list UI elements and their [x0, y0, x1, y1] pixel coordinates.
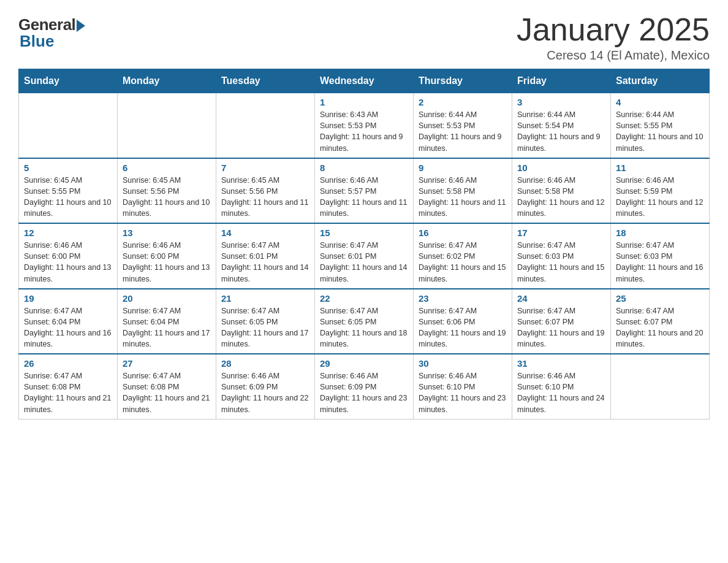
day-info: Sunrise: 6:47 AMSunset: 6:06 PMDaylight:… [419, 305, 507, 350]
day-number: 27 [123, 358, 211, 369]
day-info: Sunrise: 6:47 AMSunset: 6:02 PMDaylight:… [419, 240, 507, 285]
day-info: Sunrise: 6:46 AMSunset: 6:09 PMDaylight:… [320, 370, 408, 415]
calendar-cell: 11Sunrise: 6:46 AMSunset: 5:59 PMDayligh… [611, 158, 710, 224]
calendar-cell: 28Sunrise: 6:46 AMSunset: 6:09 PMDayligh… [216, 354, 315, 419]
day-number: 19 [24, 293, 112, 304]
calendar-cell: 16Sunrise: 6:47 AMSunset: 6:02 PMDayligh… [414, 223, 512, 289]
day-info: Sunrise: 6:46 AMSunset: 6:10 PMDaylight:… [517, 370, 605, 415]
calendar-cell: 19Sunrise: 6:47 AMSunset: 6:04 PMDayligh… [19, 289, 118, 354]
col-header-sunday: Sunday [19, 69, 118, 93]
calendar-table: SundayMondayTuesdayWednesdayThursdayFrid… [18, 69, 710, 419]
day-info: Sunrise: 6:47 AMSunset: 6:07 PMDaylight:… [616, 305, 704, 350]
day-number: 7 [221, 163, 309, 173]
logo-blue-text: Blue [20, 32, 54, 51]
calendar-cell: 25Sunrise: 6:47 AMSunset: 6:07 PMDayligh… [611, 289, 710, 354]
day-number: 17 [517, 228, 605, 238]
day-info: Sunrise: 6:46 AMSunset: 6:00 PMDaylight:… [123, 240, 211, 285]
day-number: 20 [123, 293, 211, 304]
day-info: Sunrise: 6:47 AMSunset: 6:03 PMDaylight:… [616, 240, 704, 285]
calendar-cell: 15Sunrise: 6:47 AMSunset: 6:01 PMDayligh… [315, 223, 414, 289]
day-info: Sunrise: 6:47 AMSunset: 6:05 PMDaylight:… [221, 305, 309, 350]
day-number: 24 [517, 293, 605, 304]
col-header-tuesday: Tuesday [216, 69, 315, 93]
day-info: Sunrise: 6:47 AMSunset: 6:08 PMDaylight:… [123, 370, 211, 415]
day-info: Sunrise: 6:46 AMSunset: 6:10 PMDaylight:… [419, 370, 507, 415]
calendar-cell: 12Sunrise: 6:46 AMSunset: 6:00 PMDayligh… [19, 223, 118, 289]
day-number: 8 [320, 163, 408, 173]
day-info: Sunrise: 6:44 AMSunset: 5:54 PMDaylight:… [517, 109, 605, 154]
week-row-5: 26Sunrise: 6:47 AMSunset: 6:08 PMDayligh… [19, 354, 710, 419]
col-header-monday: Monday [118, 69, 216, 93]
day-number: 1 [320, 97, 408, 107]
day-number: 26 [24, 358, 112, 369]
day-info: Sunrise: 6:46 AMSunset: 5:59 PMDaylight:… [616, 175, 704, 220]
day-info: Sunrise: 6:43 AMSunset: 5:53 PMDaylight:… [320, 109, 408, 154]
day-number: 10 [517, 163, 605, 173]
calendar-cell: 5Sunrise: 6:45 AMSunset: 5:55 PMDaylight… [19, 158, 118, 224]
day-info: Sunrise: 6:44 AMSunset: 5:53 PMDaylight:… [419, 109, 507, 154]
day-info: Sunrise: 6:47 AMSunset: 6:01 PMDaylight:… [320, 240, 408, 285]
day-info: Sunrise: 6:46 AMSunset: 5:57 PMDaylight:… [320, 175, 408, 220]
day-info: Sunrise: 6:45 AMSunset: 5:56 PMDaylight:… [123, 175, 211, 220]
logo-arrow-icon [77, 20, 85, 32]
location-subtitle: Cereso 14 (El Amate), Mexico [517, 48, 710, 63]
day-number: 5 [24, 163, 112, 173]
calendar-cell [216, 93, 315, 158]
day-number: 4 [616, 97, 704, 107]
day-info: Sunrise: 6:47 AMSunset: 6:05 PMDaylight:… [320, 305, 408, 350]
page-header: General Blue January 2025 Cereso 14 (El … [18, 12, 710, 63]
day-info: Sunrise: 6:45 AMSunset: 5:56 PMDaylight:… [221, 175, 309, 220]
day-info: Sunrise: 6:44 AMSunset: 5:55 PMDaylight:… [616, 109, 704, 154]
day-info: Sunrise: 6:47 AMSunset: 6:01 PMDaylight:… [221, 240, 309, 285]
day-number: 16 [419, 228, 507, 238]
calendar-cell: 21Sunrise: 6:47 AMSunset: 6:05 PMDayligh… [216, 289, 315, 354]
day-number: 18 [616, 228, 704, 238]
calendar-cell: 1Sunrise: 6:43 AMSunset: 5:53 PMDaylight… [315, 93, 414, 158]
calendar-cell: 29Sunrise: 6:46 AMSunset: 6:09 PMDayligh… [315, 354, 414, 419]
day-number: 30 [419, 358, 507, 369]
week-row-4: 19Sunrise: 6:47 AMSunset: 6:04 PMDayligh… [19, 289, 710, 354]
calendar-cell: 4Sunrise: 6:44 AMSunset: 5:55 PMDaylight… [611, 93, 710, 158]
col-header-saturday: Saturday [611, 69, 710, 93]
calendar-cell: 8Sunrise: 6:46 AMSunset: 5:57 PMDaylight… [315, 158, 414, 224]
day-number: 11 [616, 163, 704, 173]
day-number: 12 [24, 228, 112, 238]
day-info: Sunrise: 6:45 AMSunset: 5:55 PMDaylight:… [24, 175, 112, 220]
col-header-thursday: Thursday [414, 69, 512, 93]
calendar-cell: 30Sunrise: 6:46 AMSunset: 6:10 PMDayligh… [414, 354, 512, 419]
day-info: Sunrise: 6:46 AMSunset: 6:00 PMDaylight:… [24, 240, 112, 285]
day-number: 29 [320, 358, 408, 369]
calendar-cell: 22Sunrise: 6:47 AMSunset: 6:05 PMDayligh… [315, 289, 414, 354]
calendar-cell: 14Sunrise: 6:47 AMSunset: 6:01 PMDayligh… [216, 223, 315, 289]
calendar-cell: 9Sunrise: 6:46 AMSunset: 5:58 PMDaylight… [414, 158, 512, 224]
calendar-cell: 6Sunrise: 6:45 AMSunset: 5:56 PMDaylight… [118, 158, 216, 224]
day-number: 28 [221, 358, 309, 369]
calendar-cell [19, 93, 118, 158]
day-info: Sunrise: 6:46 AMSunset: 5:58 PMDaylight:… [419, 175, 507, 220]
calendar-cell: 31Sunrise: 6:46 AMSunset: 6:10 PMDayligh… [512, 354, 611, 419]
day-number: 23 [419, 293, 507, 304]
day-number: 13 [123, 228, 211, 238]
calendar-cell: 17Sunrise: 6:47 AMSunset: 6:03 PMDayligh… [512, 223, 611, 289]
week-row-3: 12Sunrise: 6:46 AMSunset: 6:00 PMDayligh… [19, 223, 710, 289]
col-header-wednesday: Wednesday [315, 69, 414, 93]
logo: General Blue [18, 12, 85, 51]
calendar-cell: 20Sunrise: 6:47 AMSunset: 6:04 PMDayligh… [118, 289, 216, 354]
calendar-cell: 18Sunrise: 6:47 AMSunset: 6:03 PMDayligh… [611, 223, 710, 289]
day-info: Sunrise: 6:47 AMSunset: 6:07 PMDaylight:… [517, 305, 605, 350]
day-number: 2 [419, 97, 507, 107]
day-number: 22 [320, 293, 408, 304]
day-number: 31 [517, 358, 605, 369]
day-number: 25 [616, 293, 704, 304]
month-title: January 2025 [517, 12, 710, 47]
day-info: Sunrise: 6:47 AMSunset: 6:04 PMDaylight:… [123, 305, 211, 350]
day-number: 3 [517, 97, 605, 107]
calendar-cell: 23Sunrise: 6:47 AMSunset: 6:06 PMDayligh… [414, 289, 512, 354]
calendar-cell: 10Sunrise: 6:46 AMSunset: 5:58 PMDayligh… [512, 158, 611, 224]
calendar-cell: 26Sunrise: 6:47 AMSunset: 6:08 PMDayligh… [19, 354, 118, 419]
calendar-cell [118, 93, 216, 158]
title-section: January 2025 Cereso 14 (El Amate), Mexic… [517, 12, 710, 63]
day-info: Sunrise: 6:46 AMSunset: 6:09 PMDaylight:… [221, 370, 309, 415]
week-row-2: 5Sunrise: 6:45 AMSunset: 5:55 PMDaylight… [19, 158, 710, 224]
calendar-cell: 7Sunrise: 6:45 AMSunset: 5:56 PMDaylight… [216, 158, 315, 224]
